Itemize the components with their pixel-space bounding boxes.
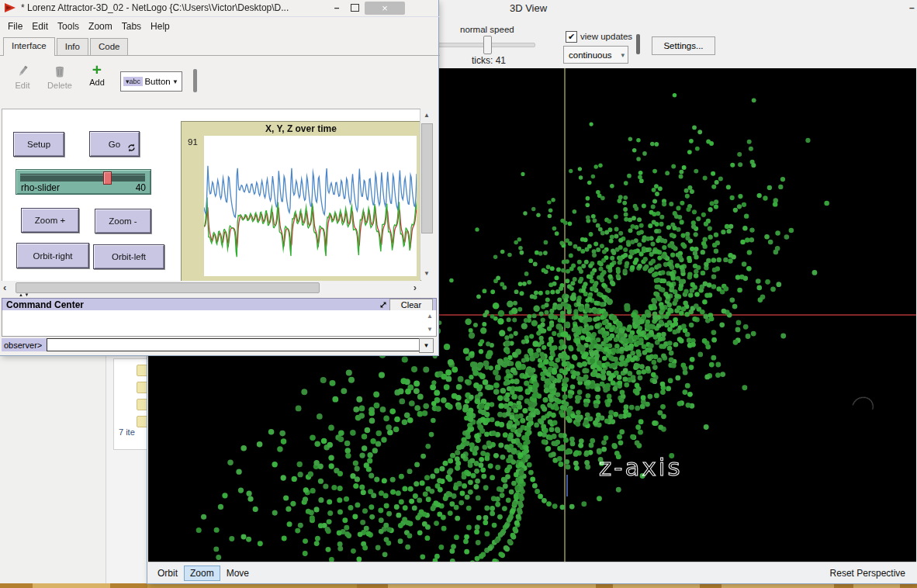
scroll-up-icon[interactable]: ▲ — [420, 112, 433, 119]
scroll-left-icon[interactable]: ‹ — [3, 283, 6, 292]
zoom-in-label: Zoom + — [35, 216, 65, 225]
reset-perspective-button[interactable]: Reset Perspective — [830, 568, 905, 579]
rho-slider[interactable]: rho-slider 40 — [16, 169, 151, 195]
settings-button[interactable]: Settings... — [652, 36, 715, 55]
widget-type-badge: ▾abc — [123, 77, 143, 86]
history-dropdown-button[interactable]: ▼ — [419, 338, 434, 353]
explorer-items-count: 7 ite — [119, 427, 135, 437]
tabbar: Interface Info Code — [0, 36, 440, 56]
maximize-button[interactable] — [346, 4, 363, 12]
toolbar-separator — [636, 34, 640, 54]
zoom-out-label: Zoom - — [109, 216, 137, 226]
delete-tool-label: Delete — [42, 81, 78, 90]
update-mode-value: continuous — [569, 50, 621, 60]
folder-icon — [137, 399, 148, 410]
tab-info[interactable]: Info — [57, 38, 88, 55]
trash-icon — [54, 71, 66, 81]
close-button[interactable]: × — [365, 2, 405, 15]
speed-slider-label: normal speed — [460, 25, 514, 34]
slider-thumb[interactable] — [103, 171, 112, 185]
horizontal-scrollbar[interactable]: ‹ › — [0, 281, 437, 294]
menubar: File Edit Tools Zoom Tabs Help — [0, 16, 440, 36]
output-scroll-down-icon[interactable]: ▼ — [427, 327, 433, 333]
settings-button-label: Settings... — [663, 41, 703, 50]
menu-zoom[interactable]: Zoom — [88, 21, 112, 32]
go-button-label: Go — [109, 140, 120, 149]
plot-area — [204, 136, 417, 276]
mode-tab-zoom[interactable]: Zoom — [184, 566, 220, 581]
plot-ymax-label: 91 — [188, 137, 198, 147]
slider-label: rho-slider — [21, 182, 60, 193]
output-scroll-up-icon[interactable]: ▲ — [427, 313, 433, 320]
observer-prompt: observer> — [2, 338, 47, 351]
widget-type-dropdown[interactable]: ▾abc Button ▼ — [120, 71, 182, 92]
window-title: * Lorenz Attractor-3D_02 - NetLogo {C:\U… — [21, 2, 327, 13]
orbit-right-button[interactable]: Orbit-right — [16, 243, 89, 268]
minimize-button[interactable]: – — [327, 2, 346, 13]
orbit-left-button[interactable]: Orbit-left — [93, 244, 164, 269]
plot-title: X, Y, Z over time — [182, 123, 420, 134]
menu-tabs[interactable]: Tabs — [122, 21, 141, 32]
clear-button-label: Clear — [401, 300, 421, 310]
netlogo-window: * Lorenz Attractor-3D_02 - NetLogo {C:\U… — [0, 0, 438, 355]
folder-icon — [137, 416, 148, 427]
command-output: ▲ ▼ — [2, 310, 437, 337]
view3d-bottom-bar: Orbit Zoom Move Reset Perspective — [148, 562, 916, 583]
orbit-right-label: Orbit-right — [33, 251, 72, 261]
scroll-right-icon[interactable]: › — [414, 283, 417, 292]
folder-icon — [137, 365, 148, 376]
scroll-down-icon[interactable]: ▼ — [420, 271, 433, 277]
widget-type-value: Button — [143, 77, 172, 86]
netlogo-app-icon — [4, 2, 16, 13]
background-window-edge — [0, 583, 917, 588]
menu-edit[interactable]: Edit — [32, 21, 48, 32]
hscroll-thumb[interactable] — [16, 282, 320, 293]
pencil-icon — [16, 71, 29, 81]
view-updates-label: view updates — [580, 32, 632, 41]
edit-tool-label: Edit — [5, 81, 40, 90]
view3d-minimize-button[interactable]: – — [909, 2, 917, 13]
command-center-title: Command Center — [6, 299, 377, 310]
expand-icon[interactable] — [377, 301, 389, 309]
toolbar-separator — [193, 69, 197, 92]
background-explorer-window: 7 ite — [106, 355, 148, 583]
splitter-handle[interactable]: ▲ ▼ — [19, 292, 29, 297]
forever-icon — [127, 144, 136, 154]
observer-input[interactable] — [47, 338, 420, 351]
explorer-file-panel: 7 ite — [113, 358, 147, 450]
go-button[interactable]: Go — [89, 131, 140, 157]
vscroll-thumb[interactable] — [421, 123, 433, 233]
slider-value: 40 — [136, 182, 146, 193]
ticks-counter: ticks: 41 — [472, 55, 506, 66]
mode-tab-orbit[interactable]: Orbit — [151, 566, 184, 581]
setup-button[interactable]: Setup — [13, 132, 64, 157]
tab-code[interactable]: Code — [90, 38, 129, 55]
chevron-down-icon: ▾ — [621, 51, 625, 59]
delete-tool-button[interactable]: Delete — [42, 64, 78, 90]
menu-tools[interactable]: Tools — [57, 21, 79, 32]
add-tool-button[interactable]: + Add — [79, 62, 115, 87]
plot-widget: X, Y, Z over time 91 — [181, 121, 421, 282]
menu-file[interactable]: File — [8, 21, 22, 32]
vertical-scrollbar[interactable]: ▲ ▼ — [420, 109, 433, 280]
tab-interface[interactable]: Interface — [3, 37, 55, 56]
add-tool-label: Add — [79, 78, 115, 87]
folder-icon — [137, 382, 148, 393]
chevron-down-icon: ▼ — [172, 78, 178, 85]
zoom-out-button[interactable]: Zoom - — [95, 209, 151, 233]
edit-tool-button[interactable]: Edit — [5, 64, 40, 90]
slider-track[interactable] — [20, 174, 145, 182]
speed-slider-thumb[interactable] — [483, 36, 492, 54]
netlogo-titlebar: * Lorenz Attractor-3D_02 - NetLogo {C:\U… — [0, 0, 438, 16]
view-updates-checkbox[interactable]: ✔ — [566, 31, 577, 43]
mode-tab-move[interactable]: Move — [220, 566, 255, 581]
plus-icon: + — [79, 62, 115, 78]
axis-label: z-axis — [599, 453, 683, 481]
update-mode-dropdown[interactable]: continuous ▾ — [563, 46, 628, 64]
zoom-in-button[interactable]: Zoom + — [21, 208, 79, 233]
orbit-left-label: Orbit-left — [112, 252, 146, 261]
observer-prompt-label: observer> — [4, 341, 42, 350]
clear-button[interactable]: Clear — [389, 299, 433, 311]
speed-slider[interactable] — [436, 43, 535, 47]
menu-help[interactable]: Help — [151, 21, 170, 32]
